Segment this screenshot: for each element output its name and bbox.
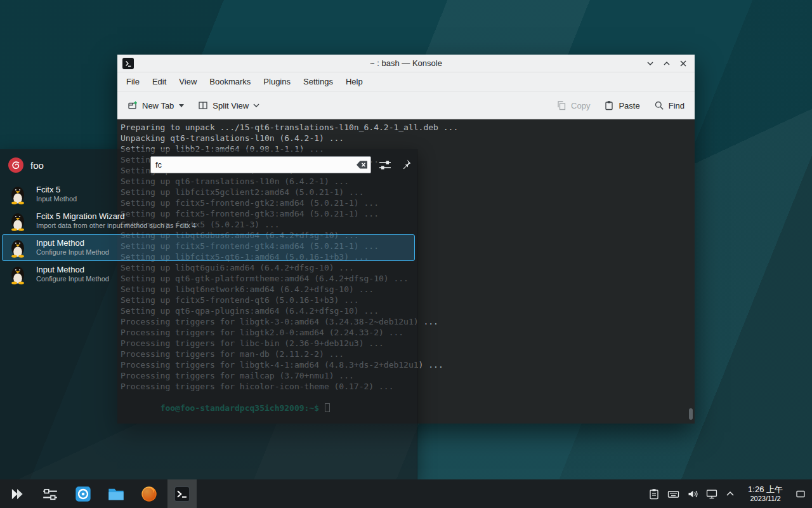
minimize-icon	[646, 60, 654, 67]
menu-item[interactable]: File	[120, 72, 146, 91]
scrollbar-thumb[interactable]	[689, 408, 693, 420]
search-input[interactable]	[150, 156, 371, 173]
terminal-scrollbar[interactable]	[688, 119, 693, 424]
search-results: Fcitx 5 Input Method	[0, 181, 417, 288]
configure-icon[interactable]	[379, 159, 391, 173]
tux-icon	[8, 237, 28, 258]
digital-clock[interactable]: 1:26 上午 2023/11/2	[743, 485, 788, 503]
konsole-app-icon	[122, 58, 134, 69]
firefox-icon	[140, 485, 158, 503]
terminal-line: Preparing to unpack .../15-qt6-translati…	[121, 122, 695, 133]
firefox-task[interactable]	[134, 479, 164, 508]
paste-button[interactable]: Paste	[604, 100, 639, 110]
plasma-launcher-icon	[9, 486, 25, 502]
result-title: Fcitx 5 Migration Wizard	[36, 211, 196, 222]
tray-expand-icon	[725, 489, 735, 499]
result-title: Input Method	[36, 265, 109, 275]
show-desktop-button[interactable]	[796, 489, 806, 499]
file-manager-icon	[107, 485, 125, 503]
menu-item[interactable]: View	[173, 72, 203, 91]
menu-item[interactable]: Help	[339, 72, 369, 91]
pager-button[interactable]	[36, 479, 65, 508]
menu-item[interactable]: Edit	[146, 72, 173, 91]
taskbar: 1:26 上午 2023/11/2	[0, 479, 812, 508]
distro-icon	[8, 157, 24, 173]
keyboard-tray-button[interactable]	[667, 488, 679, 500]
menu-item[interactable]: Bookmarks	[203, 72, 257, 91]
search-popup: foo	[0, 149, 417, 479]
konsole-task-icon	[173, 485, 191, 503]
system-tray: 1:26 上午 2023/11/2	[648, 485, 809, 503]
user-label: foo	[30, 160, 44, 171]
window-title: ~ : bash — Konsole	[117, 58, 695, 68]
display-icon	[706, 488, 717, 500]
new-tab-dropdown-icon[interactable]	[179, 104, 184, 107]
desktop: ~ : bash — Konsole FileEditViewBookmarks…	[0, 0, 812, 508]
display-button[interactable]	[706, 488, 717, 500]
tray-expand-button[interactable]	[725, 489, 735, 499]
menu-item[interactable]: Settings	[297, 72, 339, 91]
konsole-task[interactable]	[167, 479, 197, 508]
copy-icon	[556, 100, 566, 110]
tux-icon	[8, 184, 28, 204]
pin-icon[interactable]	[400, 159, 412, 173]
volume-icon	[687, 488, 698, 500]
minimize-button[interactable]	[644, 57, 657, 70]
find-label: Find	[669, 101, 684, 110]
application-launcher-button[interactable]	[3, 479, 32, 508]
terminal-line: Unpacking qt6-translations-l10n (6.4.2-1…	[121, 133, 695, 144]
result-title: Fcitx 5	[36, 185, 77, 195]
search-result[interactable]: Input Method Configure Input Method	[2, 234, 415, 261]
copy-label: Copy	[571, 101, 590, 110]
clipboard-tray-icon	[648, 488, 660, 500]
clock-time: 1:26 上午	[748, 485, 783, 495]
show-desktop-icon	[796, 489, 806, 499]
paste-label: Paste	[619, 101, 639, 110]
clock-date: 2023/11/2	[750, 495, 780, 503]
tux-icon	[8, 211, 28, 231]
search-popup-header: foo	[0, 149, 417, 181]
clear-search-icon[interactable]	[356, 160, 368, 172]
new-tab-label: New Tab	[142, 101, 174, 110]
toolbar: New Tab Split View Copy Paste Find	[117, 92, 695, 119]
find-button[interactable]: Find	[654, 100, 684, 110]
search-result[interactable]: Input Method Configure Input Method	[2, 261, 415, 288]
result-subtitle: Configure Input Method	[36, 275, 109, 284]
search-result[interactable]: Fcitx 5 Input Method	[2, 181, 415, 208]
keyboard-tray-icon	[667, 488, 679, 500]
split-view-button[interactable]: Split View	[198, 100, 259, 110]
paste-icon	[604, 100, 614, 110]
result-title: Input Method	[36, 238, 109, 248]
tux-icon	[8, 264, 28, 284]
pager-icon	[42, 486, 58, 502]
software-center-icon	[74, 485, 92, 503]
close-button[interactable]	[677, 57, 690, 70]
find-icon	[654, 100, 664, 110]
split-view-icon	[198, 100, 208, 110]
split-view-label: Split View	[213, 101, 249, 110]
result-subtitle: Configure Input Method	[36, 248, 109, 257]
volume-button[interactable]	[687, 488, 698, 500]
result-subtitle: Import data from other input method such…	[36, 222, 196, 231]
menu-item[interactable]: Plugins	[257, 72, 297, 91]
window-titlebar[interactable]: ~ : bash — Konsole	[117, 55, 695, 72]
new-tab-button[interactable]: New Tab	[128, 100, 174, 110]
file-manager-task[interactable]	[102, 479, 131, 508]
maximize-button[interactable]	[660, 57, 673, 70]
search-result[interactable]: Fcitx 5 Migration Wizard Import data fro…	[2, 208, 415, 234]
software-center-task[interactable]	[69, 479, 98, 508]
copy-button: Copy	[556, 100, 590, 110]
menubar: FileEditViewBookmarksPluginsSettingsHelp	[117, 72, 695, 92]
close-icon	[679, 60, 687, 67]
new-tab-icon	[128, 100, 138, 110]
maximize-icon	[663, 60, 671, 67]
split-view-chevron-icon	[253, 103, 259, 108]
clipboard-tray-button[interactable]	[648, 488, 660, 500]
result-subtitle: Input Method	[36, 195, 77, 204]
